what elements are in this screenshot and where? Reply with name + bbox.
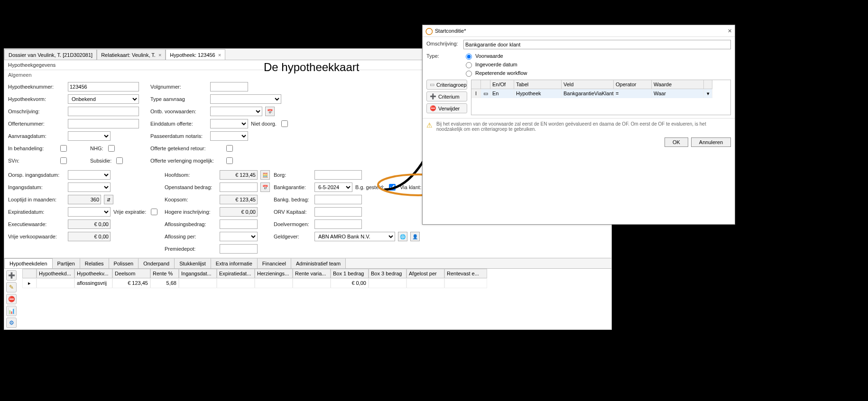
bankgarantie-input[interactable]: 6-5-2024 — [314, 182, 352, 192]
col-hypotheekd[interactable]: Hypotheekd... — [37, 269, 74, 278]
edit-button[interactable]: ✎ — [6, 282, 17, 292]
looptijd-input[interactable] — [68, 195, 101, 204]
radio-repeterende-input[interactable] — [466, 71, 472, 77]
col-box3[interactable]: Box 3 bedrag — [369, 269, 406, 278]
col-hypotheekv[interactable]: Hypotheekv... — [74, 269, 112, 278]
hogere-inschrijving-input[interactable] — [220, 207, 258, 217]
ok-button[interactable]: OK — [665, 137, 688, 147]
globe-icon[interactable]: 🌐 — [398, 232, 407, 241]
passeerdatum-input[interactable] — [210, 131, 248, 141]
col-enof[interactable]: En/Of — [490, 80, 514, 89]
add-button[interactable]: ➕ — [6, 270, 17, 281]
col-afgelost[interactable]: Afgelost per — [406, 269, 444, 278]
omschrijving-input[interactable] — [68, 107, 139, 116]
label-doelvermogen: Doelvermogen: — [274, 221, 312, 227]
criteriagroep-button[interactable]: ▭Criteriagroep — [426, 80, 467, 90]
nhg-checkbox[interactable] — [108, 145, 115, 152]
criterium-button[interactable]: ➕Criterium — [426, 91, 467, 101]
criteria-buttons: ▭Criteriagroep ➕Criterium ⛔Verwijder — [426, 80, 467, 115]
offerte-getekend-checkbox[interactable] — [226, 145, 233, 152]
subtab-polissen[interactable]: Polissen — [109, 258, 139, 268]
vrije-verkoopwaarde-input[interactable] — [68, 232, 111, 241]
stepper-icon[interactable]: ⇵ — [104, 195, 113, 204]
col-rentevast[interactable]: Rentevast e... — [444, 269, 487, 278]
expiratiedatum-input[interactable] — [68, 207, 111, 217]
radio-ingevoerde-input[interactable] — [466, 62, 472, 68]
dropdown-icon[interactable]: ▾ — [704, 89, 712, 98]
subtab-relaties[interactable]: Relaties — [80, 258, 109, 268]
col-expiratiedat[interactable]: Expiratiedat... — [217, 269, 255, 278]
col-ingangsdat[interactable]: Ingangsdat... — [179, 269, 217, 278]
vrije-expiratie-checkbox[interactable] — [151, 209, 157, 215]
subtab-financieel[interactable]: Financieel — [258, 258, 291, 268]
doelvermogen-input[interactable] — [314, 219, 362, 229]
calculator-icon[interactable]: 🧮 — [260, 170, 270, 180]
niet-doorg-checkbox[interactable] — [281, 120, 288, 127]
ingangsdatum-input[interactable] — [68, 182, 111, 192]
export-button[interactable]: 📊 — [6, 306, 17, 316]
col-operator[interactable]: Operator — [614, 80, 652, 89]
col-box1[interactable]: Box 1 bedrag — [331, 269, 369, 278]
cell-rentevast — [444, 278, 487, 288]
koopsom-input[interactable] — [220, 195, 258, 204]
table-row[interactable]: ▸ aflossingsvrij € 123,45 5,68 € 0,00 — [22, 278, 611, 288]
col-waarde[interactable]: Waarde — [652, 80, 704, 89]
bankg-bedrag-input[interactable] — [314, 195, 362, 204]
premiedepot-input[interactable] — [220, 244, 258, 254]
person-icon[interactable]: 👤 — [410, 232, 420, 241]
criteria-row[interactable]: I ▭ En Hypotheek BankgarantieViaKlant = … — [471, 89, 730, 98]
tab-hypotheek[interactable]: Hypotheek: 123456× — [166, 49, 225, 60]
cell-tabel: Hypotheek — [514, 89, 562, 98]
calendar-icon[interactable]: 📅 — [260, 182, 270, 192]
einddatum-offerte-input[interactable] — [210, 119, 248, 128]
openstaand-bedrag-input[interactable] — [220, 182, 258, 192]
annuleren-button[interactable]: Annuleren — [691, 137, 731, 147]
in-behandeling-checkbox[interactable] — [60, 145, 67, 152]
subtab-stukkenlijst[interactable]: Stukkenlijst — [175, 258, 211, 268]
offerte-verlenging-checkbox[interactable] — [226, 157, 233, 164]
tab-relatiekaart[interactable]: Relatiekaart: Veulink, T.× — [97, 49, 166, 60]
col-herzienings[interactable]: Herzienings... — [255, 269, 293, 278]
hypotheekdelen-grid: Hypotheekd... Hypotheekv... Deelsom Rent… — [22, 269, 611, 288]
ontb-voorwaarden-select[interactable] — [210, 107, 262, 116]
tab-dossier[interactable]: Dossier van Veulink, T. [21D302081] — [4, 49, 97, 60]
hypotheekvorm-select[interactable]: Onbekend — [68, 94, 139, 104]
subsidie-checkbox[interactable] — [116, 157, 123, 164]
svn-checkbox[interactable] — [60, 157, 67, 164]
subtab-administratief-team[interactable]: Administratief team — [291, 258, 346, 268]
col-rente[interactable]: Rente % — [150, 269, 179, 278]
subtab-hypotheekdelen[interactable]: Hypotheekdelen — [4, 258, 53, 268]
subtab-extra-informatie[interactable]: Extra informatie — [211, 258, 258, 268]
hoofdsom-input[interactable] — [220, 170, 258, 180]
oorsp-ingangsdatum-input[interactable] — [68, 170, 111, 180]
col-deelsom[interactable]: Deelsom — [112, 269, 150, 278]
refresh-button[interactable]: ⚙ — [6, 318, 17, 328]
aflossingsbedrag-input[interactable] — [220, 219, 258, 229]
col-rente-varia[interactable]: Rente varia... — [293, 269, 331, 278]
hypotheeknummer-input[interactable] — [68, 82, 139, 91]
omschrijving-input[interactable] — [463, 40, 731, 49]
orv-kapitaal-input[interactable] — [314, 207, 362, 217]
close-icon[interactable]: ✕ — [728, 28, 732, 34]
radio-voorwaarde[interactable]: Voorwaarde — [463, 52, 527, 60]
radio-ingevoerde-datum[interactable]: Ingevoerde datum — [463, 61, 527, 68]
close-icon[interactable]: × — [218, 52, 221, 58]
borg-input[interactable] — [314, 170, 362, 180]
subtab-onderpand[interactable]: Onderpand — [139, 258, 175, 268]
executiewaarde-input[interactable] — [68, 219, 111, 229]
subtab-partijen[interactable]: Partijen — [53, 258, 80, 268]
verwijder-button[interactable]: ⛔Verwijder — [426, 103, 467, 113]
aanvraagdatum-input[interactable] — [68, 131, 111, 141]
close-icon[interactable]: × — [158, 52, 161, 58]
volgnummer-input[interactable] — [210, 82, 248, 91]
col-tabel[interactable]: Tabel — [514, 80, 562, 89]
geldgever-select[interactable]: ABN AMRO Bank N.V. — [314, 232, 395, 241]
radio-repeterende[interactable]: Repeterende workflow — [463, 69, 527, 77]
delete-button[interactable]: ⛔ — [6, 294, 17, 304]
radio-voorwaarde-input[interactable] — [466, 54, 472, 60]
offertenummer-input[interactable] — [68, 119, 139, 128]
col-veld[interactable]: Veld — [562, 80, 614, 89]
aflossing-per-select[interactable] — [220, 232, 258, 241]
type-aanvraag-select[interactable] — [210, 94, 281, 104]
calendar-icon[interactable]: 📅 — [265, 107, 275, 116]
